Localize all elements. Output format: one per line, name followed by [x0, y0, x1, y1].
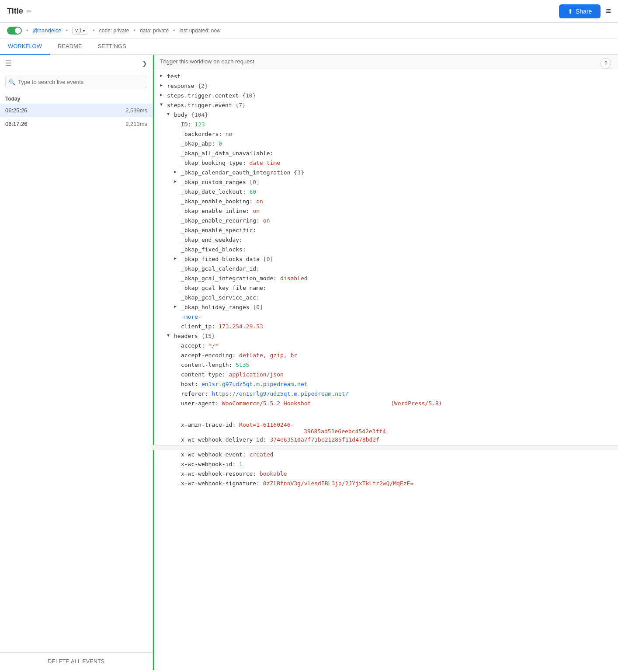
- tree-row: host: en1srlg97udz5qt.m.pipedream.net: [153, 380, 618, 390]
- search-input[interactable]: [5, 76, 147, 88]
- left-panel-footer: DELETE ALL EVENTS: [0, 652, 153, 670]
- tree-row: content-length: 5135: [153, 361, 618, 370]
- hamburger-menu-icon[interactable]: ≡: [606, 6, 611, 16]
- tree-row: _bkap_booking_type: date_time: [153, 159, 618, 168]
- tab-settings[interactable]: SETTINGS: [90, 38, 134, 55]
- tree-row: accept-encoding: deflate, gzip, br: [153, 351, 618, 361]
- collapse-icon[interactable]: ▼: [167, 333, 172, 338]
- tree-row: _bkap_fixed_blocks:: [153, 245, 618, 255]
- tree-row: _bkap_abp: 0: [153, 139, 618, 149]
- search-wrapper: 🔍: [5, 76, 147, 88]
- active-toggle[interactable]: [7, 27, 22, 35]
- tree-row[interactable]: ▼ headers {15}: [153, 332, 618, 341]
- tree-row[interactable]: ▶ response {2}: [153, 82, 618, 91]
- list-view-icon[interactable]: ☰: [5, 59, 11, 67]
- section-label: Today: [0, 92, 153, 104]
- tab-workflow[interactable]: WORKFLOW: [0, 38, 50, 55]
- tree-row: ID: 123: [153, 120, 618, 130]
- search-box: 🔍: [0, 72, 153, 92]
- tree-row: x-wc-webhook-delivery-id: 374e63510a7f71…: [153, 435, 618, 445]
- tree-row[interactable]: ▶ _bkap_fixed_blocks_data [0]: [153, 255, 618, 265]
- right-panel: Trigger this workflow on each request ? …: [153, 55, 618, 670]
- app-header: Title ✏ ⬆ Share ≡: [0, 0, 618, 23]
- expand-icon[interactable]: ▶: [174, 256, 179, 261]
- expand-icon[interactable]: ▶: [160, 83, 165, 87]
- trigger-info: Trigger this workflow on each request: [153, 55, 618, 69]
- tree-row[interactable]: ▶ _bkap_holiday_ranges [0]: [153, 303, 618, 313]
- edit-icon[interactable]: ✏: [27, 8, 32, 15]
- tree-row: _bkap_gcal_integration_mode: disabled: [153, 274, 618, 284]
- left-panel: ☰ ❯ 🔍 Today 06:25:26 2,539ms 06:17:26 2,…: [0, 55, 153, 670]
- tree-row: _bkap_enable_inline: on: [153, 207, 618, 216]
- tree-row: _bkap_enable_specific:: [153, 226, 618, 236]
- collapse-panel-icon[interactable]: ❯: [142, 60, 147, 67]
- tree-row: user-agent: WooCommerce/5.5.2 Hookshot (…: [153, 399, 618, 421]
- main-content: ☰ ❯ 🔍 Today 06:25:26 2,539ms 06:17:26 2,…: [0, 55, 618, 670]
- tree-row: _bkap_gcal_key_file_name:: [153, 284, 618, 293]
- sub-header: • @handelce • v.1 ▾ • code: private • da…: [0, 23, 618, 38]
- tree-row: x-amzn-trace-id: Root=1-61160246-39685ad…: [153, 421, 618, 435]
- tree-row: x-wc-webhook-event: created: [153, 450, 618, 460]
- tree-row: _bkap_gcal_service_acc:: [153, 293, 618, 303]
- tab-readme[interactable]: README: [50, 38, 90, 55]
- tree-row: _backorders: no: [153, 130, 618, 139]
- share-icon: ⬆: [568, 8, 573, 15]
- tree-row[interactable]: ▶ steps.trigger.context {10}: [153, 91, 618, 101]
- data-visibility: data: private: [140, 28, 169, 34]
- header-right: ⬆ Share ≡: [559, 4, 611, 18]
- expand-icon[interactable]: ▶: [174, 179, 179, 184]
- share-label: Share: [576, 8, 592, 15]
- horizontal-scrollbar[interactable]: [153, 445, 618, 450]
- help-button[interactable]: ?: [601, 58, 611, 69]
- delete-all-button[interactable]: DELETE ALL EVENTS: [48, 658, 104, 665]
- tree-row[interactable]: ▼ body {104}: [153, 111, 618, 120]
- event-item[interactable]: 06:25:26 2,539ms: [0, 104, 153, 117]
- tree-row[interactable]: ▶ test: [153, 72, 618, 82]
- tree-row: _bkap_enable_recurring: on: [153, 216, 618, 226]
- tree-row: accept: */*: [153, 341, 618, 351]
- expand-icon[interactable]: ▶: [174, 304, 179, 309]
- tree-row: _bkap_date_lockout: 60: [153, 188, 618, 197]
- event-time: 06:25:26: [5, 107, 28, 114]
- tree-row: x-wc-webhook-resource: bookable: [153, 470, 618, 479]
- expand-icon[interactable]: ▶: [160, 73, 165, 78]
- code-visibility: code: private: [99, 28, 129, 34]
- user-link[interactable]: @handelce: [33, 27, 62, 34]
- tree-row: _bkap_end_weekday:: [153, 236, 618, 245]
- last-updated: last updated: now: [180, 28, 221, 34]
- tree-row[interactable]: ▶ _bkap_calendar_oauth_integration {3}: [153, 168, 618, 178]
- version-chevron: ▾: [83, 28, 85, 34]
- tree-row: _bkap_all_data_unavailable:: [153, 149, 618, 159]
- search-icon: 🔍: [9, 79, 15, 85]
- tree-row[interactable]: ▼ steps.trigger.event {7}: [153, 101, 618, 111]
- event-time: 06:17:26: [5, 121, 28, 127]
- event-duration: 2,213ms: [125, 121, 147, 127]
- tree-row: content-type: application/json: [153, 370, 618, 380]
- share-button[interactable]: ⬆ Share: [559, 4, 601, 18]
- expand-icon[interactable]: ▶: [160, 92, 165, 97]
- collapse-icon[interactable]: ▼: [167, 111, 172, 116]
- tree-row: _bkap_gcal_calendar_id:: [153, 265, 618, 274]
- collapse-icon[interactable]: ▼: [160, 102, 165, 107]
- tree-row: referer: https://en1srlg97udz5qt.m.piped…: [153, 390, 618, 399]
- page-title: Title: [7, 7, 23, 16]
- tree-row: _bkap_enable_booking: on: [153, 197, 618, 207]
- tree-row[interactable]: ▶ _bkap_custom_ranges [0]: [153, 178, 618, 188]
- tree-row: x-wc-webhook-id: 1: [153, 460, 618, 470]
- event-duration: 2,539ms: [125, 107, 147, 114]
- left-panel-header: ☰ ❯: [0, 55, 153, 72]
- tree-row: client_ip: 173.254.29.53: [153, 322, 618, 332]
- version-label: v.1: [75, 28, 82, 34]
- tree-container[interactable]: ▶ test ▶ response {2} ▶ steps.trigger.co…: [153, 69, 618, 670]
- version-badge[interactable]: v.1 ▾: [72, 27, 88, 35]
- header-left: Title ✏: [7, 7, 32, 16]
- toggle-dot: [15, 28, 21, 34]
- event-item[interactable]: 06:17:26 2,213ms: [0, 117, 153, 131]
- tree-row: x-wc-webhook-signature: 0zZlBfnnV3g/vles…: [153, 479, 618, 489]
- event-list: 06:25:26 2,539ms 06:17:26 2,213ms: [0, 104, 153, 652]
- more-link[interactable]: -more-: [153, 313, 618, 322]
- expand-icon[interactable]: ▶: [174, 169, 179, 174]
- tab-bar: WORKFLOW README SETTINGS: [0, 38, 618, 55]
